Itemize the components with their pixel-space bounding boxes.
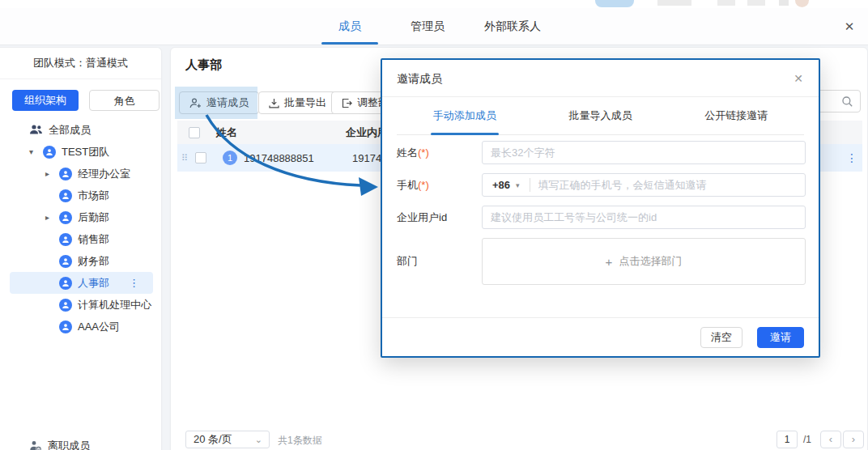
phone-input[interactable]: [530, 174, 805, 196]
tree-item-marketing[interactable]: 市场部: [0, 185, 161, 206]
tab-public-link-label: 公开链接邀请: [704, 109, 768, 121]
tree-item-test-team[interactable]: ▾ TEST团队: [0, 141, 161, 163]
drag-handle-icon[interactable]: ⠿: [179, 153, 190, 163]
tree-item-label: 经理办公室: [78, 167, 130, 181]
field-department-row: 部门 + 点击选择部门: [397, 238, 807, 285]
tree-item-finance[interactable]: 财务部: [0, 250, 161, 272]
required-mark: (*): [418, 146, 429, 159]
column-header-name: 姓名: [216, 125, 346, 140]
tab-admins[interactable]: 管理员: [405, 8, 450, 45]
prev-page-button[interactable]: ‹: [820, 431, 841, 448]
batch-export-button[interactable]: 批量导出: [258, 91, 337, 114]
phone-field[interactable]: +86 ▾: [482, 173, 806, 197]
close-icon[interactable]: ✕: [839, 16, 860, 37]
more-vertical-icon[interactable]: ⋮: [129, 277, 140, 289]
row-checkbox[interactable]: [195, 152, 206, 163]
tree-item-label: 销售部: [78, 232, 109, 247]
tab-members-label: 成员: [338, 19, 361, 32]
department-avatar-icon: [59, 277, 72, 290]
row-more-icon[interactable]: ⋮: [846, 151, 857, 164]
tree-item-manager-office[interactable]: ▸ 经理办公室: [0, 163, 161, 185]
divider: [0, 79, 161, 79]
country-code-select[interactable]: +86 ▾: [483, 179, 520, 191]
tree-item-computer-center[interactable]: 计算机处理中心: [0, 294, 161, 316]
top-tabbar: 成员 管理员 外部联系人 ✕: [0, 8, 868, 45]
download-icon: [269, 98, 279, 108]
tree-item-label: 市场部: [78, 189, 109, 203]
modal-tabs: 手动添加成员 批量导入成员 公开链接邀请: [397, 97, 804, 135]
remnant-gray-3: [747, 0, 765, 6]
member-name: 191748888851: [244, 152, 352, 164]
tab-external-contacts[interactable]: 外部联系人: [476, 8, 549, 45]
search-icon: [841, 96, 853, 108]
name-field[interactable]: [482, 141, 806, 164]
resigned-members-label: 离职成员: [48, 439, 90, 450]
tree-item-sales[interactable]: 销售部: [0, 228, 161, 250]
caret-down-icon[interactable]: ▾: [29, 147, 43, 156]
modal-close-icon[interactable]: ✕: [789, 70, 807, 87]
avatar: 1: [223, 151, 237, 165]
chevron-left-icon: ‹: [829, 433, 832, 445]
tree-item-aaa-company[interactable]: AAA公司: [0, 316, 161, 338]
department-avatar-icon: [59, 299, 72, 312]
active-tab-underline: [431, 133, 499, 135]
total-pages: /1: [803, 434, 811, 445]
select-all-checkbox[interactable]: [189, 127, 200, 138]
department-avatar-icon: [59, 211, 72, 224]
sidebar-toggle: 组织架构 角色: [0, 90, 161, 111]
page-title: 人事部: [185, 57, 222, 73]
tree-item-hr-selected[interactable]: 人事部 ⋮: [10, 272, 153, 294]
tab-batch-import-label: 批量导入成员: [569, 109, 632, 121]
tab-manual-add-label: 手动添加成员: [433, 109, 496, 121]
chevron-right-icon: ›: [852, 433, 855, 445]
tab-admins-label: 管理员: [411, 19, 445, 32]
field-department-label: 部门: [397, 254, 482, 269]
tree-item-label: 财务部: [78, 254, 109, 269]
tree-item-all-members[interactable]: 全部成员: [0, 119, 161, 141]
name-input[interactable]: [483, 142, 805, 163]
tab-members[interactable]: 成员: [322, 8, 377, 45]
userid-field[interactable]: [482, 206, 806, 229]
org-tree: 全部成员 ▾ TEST团队 ▸ 经理办公室: [0, 119, 161, 338]
chevron-down-icon: ⌄: [255, 431, 262, 448]
invite-submit-button[interactable]: 邀请: [757, 327, 804, 348]
org-structure-button[interactable]: 组织架构: [12, 90, 79, 111]
role-button[interactable]: 角色: [89, 90, 160, 111]
tree-item-logistics[interactable]: ▸ 后勤部: [0, 206, 161, 228]
userid-input[interactable]: [483, 206, 805, 228]
tree-item-label: 全部成员: [49, 123, 91, 138]
select-department-button[interactable]: + 点击选择部门: [482, 238, 806, 285]
country-code-value: +86: [492, 179, 510, 191]
invite-member-label: 邀请成员: [206, 96, 249, 110]
caret-right-icon[interactable]: ▸: [45, 169, 59, 178]
tab-manual-add[interactable]: 手动添加成员: [397, 97, 533, 134]
clear-button[interactable]: 清空: [700, 327, 742, 348]
department-avatar-icon: [59, 168, 72, 180]
invite-member-button[interactable]: 邀请成员: [179, 91, 259, 114]
screen: 成员 管理员 外部联系人 ✕ 团队模式：普通模式 组织架构 角色: [0, 0, 868, 450]
tab-batch-import[interactable]: 批量导入成员: [533, 97, 669, 134]
field-phone-label: 手机(*): [397, 178, 482, 193]
total-count: 共1条数据: [278, 434, 322, 448]
tree-item-label: AAA公司: [78, 320, 120, 334]
caret-right-icon[interactable]: ▸: [45, 213, 59, 222]
page-number-input[interactable]: [777, 431, 798, 448]
page-size-select[interactable]: 20 条/页 ⌄: [185, 431, 270, 448]
invite-person-icon: [189, 98, 202, 108]
field-userid-label: 企业用户id: [397, 210, 482, 225]
org-sidebar: 团队模式：普通模式 组织架构 角色 全部成员 ▾ TE: [0, 47, 162, 450]
resigned-members-item[interactable]: 离职成员: [0, 439, 161, 450]
tree-item-label: 计算机处理中心: [78, 298, 151, 312]
tab-public-link[interactable]: 公开链接邀请: [668, 97, 804, 134]
next-page-button[interactable]: ›: [843, 431, 864, 448]
department-avatar-icon: [59, 189, 72, 202]
department-avatar-icon: [59, 233, 72, 246]
field-phone-row: 手机(*) +86 ▾: [397, 173, 807, 197]
caret-down-icon: ▾: [516, 181, 520, 189]
tab-external-label: 外部联系人: [484, 19, 541, 32]
list-footer: 20 条/页 ⌄ 共1条数据 /1 ‹ ›: [171, 431, 868, 450]
tree-item-label: TEST团队: [62, 145, 109, 159]
remnant-gray-4: [779, 0, 789, 6]
member-management-dialog: 成员 管理员 外部联系人 ✕ 团队模式：普通模式 组织架构 角色: [0, 8, 868, 450]
invite-member-modal: 邀请成员 ✕ 手动添加成员 批量导入成员 公开链接邀请 姓名(*): [381, 58, 820, 358]
